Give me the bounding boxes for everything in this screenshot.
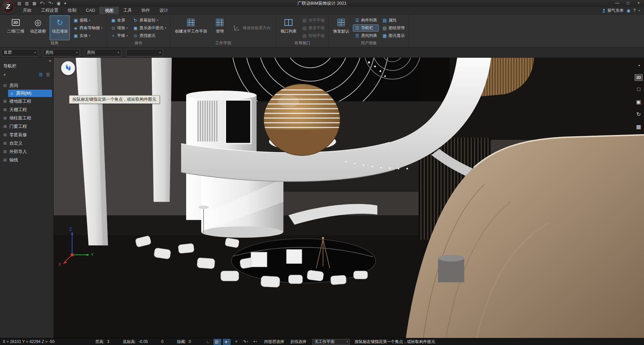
tree-item-door-window-works[interactable]: ⊞ 门窗工程 [0,122,53,131]
clear-selection-button[interactable]: × [232,339,240,345]
btn-element-display[interactable]: ▦ 图元显示 [380,32,406,39]
customize-toolbar-icon[interactable]: ▾ [64,0,66,7]
print-icon[interactable]: ▣ [57,0,60,7]
zoom-dropdown-icon[interactable]: ▾ [126,27,128,30]
expand-icon[interactable]: ⊞ [3,116,7,120]
floor-select[interactable]: 首层 ▾ [1,49,38,56]
undo-button[interactable]: ↶▾ [40,0,45,7]
solid-style-dropdown-icon[interactable]: ▾ [89,34,90,37]
workplane-dropdown-icon[interactable]: ▾ [347,340,348,343]
view-mode-toggle[interactable]: ◈▾ [223,339,230,345]
polyline-select-toggle[interactable]: 折线选择 [290,339,306,345]
walkthrough-cursor[interactable] [61,61,75,75]
btn-drawing-management[interactable]: ▤ 图纸管理 [380,24,406,32]
btn-pan[interactable]: + 平移 ▾ [109,32,129,39]
orbit-view-icon[interactable]: ◔ [634,62,643,70]
expand-icon[interactable]: ⊞ [3,149,7,154]
btn-zoom[interactable]: ⊙ 缩放 ▾ [109,24,129,32]
folder-open-icon[interactable]: ⊟ [3,83,7,88]
detail-view-icon[interactable]: ☰ [46,72,50,77]
room-select-1[interactable]: 房间 ▾ [43,49,80,56]
screen-rotate-dropdown-icon[interactable]: ▾ [157,19,158,22]
undo-dropdown-icon[interactable]: ▾ [43,2,45,5]
top-view-dropdown-icon[interactable]: ▾ [89,19,90,22]
btn-screen-rotate[interactable]: ↻ 屏幕旋转 ▾ [131,17,168,24]
maximize-button[interactable]: □ [623,0,633,7]
tree-item-custom[interactable]: ⊞ 自定义 [0,139,53,147]
btn-manage-workplane[interactable]: 管理 [211,15,229,40]
tree-item-ceiling-works[interactable]: ⊞ 天棚工程 [0,105,53,114]
tree-item-axis[interactable]: ⊞ 轴线 [0,156,53,164]
save-icon[interactable]: ▦ [33,0,36,7]
btn-2d-3d[interactable]: 2D 二维/三维 [5,15,26,40]
btn-dynamic-orbit[interactable]: ◎ 动态观察 [28,15,48,40]
tree-item-wall-column-works[interactable]: ⊞ 墙柱面工程 [0,114,53,122]
btn-dynamic-walkthrough[interactable]: ↻ 动态漫游 [50,15,70,40]
panel-add-icon[interactable]: + [3,72,6,77]
tree-item-room-m[interactable]: ⌂ 房间(M) [8,90,52,97]
app-logo-icon[interactable]: Z [2,1,14,13]
btn-room-list[interactable]: ☰ 房间列表 [353,32,379,39]
flat-2d-button[interactable]: 2D [635,74,643,81]
tab-project-settings[interactable]: 工程设置 [36,6,63,14]
redo-dropdown-icon[interactable]: ▾ [52,2,53,5]
isometric-dropdown-icon[interactable]: ▾ [101,27,102,30]
refresh-view-icon[interactable]: ↻ [634,110,643,118]
workplane-select[interactable]: 无工作平面 ▾ [312,339,350,345]
tab-tools[interactable]: 工具 [118,6,137,14]
btn-fullscreen[interactable]: ▣ 全屏 [109,17,129,24]
tab-view[interactable]: 视图 [100,6,118,14]
btn-top-view[interactable]: ▣ 俯视 ▾ [71,17,104,24]
btn-viewport-list[interactable]: 视口列表 [278,15,299,40]
expand-icon[interactable]: ⊞ [3,99,7,104]
tree-item-misc-decoration[interactable]: ⊞ 零星装修 [0,131,53,139]
tree-item-rooms[interactable]: ⊟ 房间 [0,81,53,90]
tab-design[interactable]: 设计 [155,6,173,14]
help-dropdown-icon[interactable]: ▾ [639,9,640,12]
expand-icon[interactable]: ⊞ [3,158,7,162]
tree-item-external-import[interactable]: ⊞ 外部导入 [0,147,53,156]
btn-navigation-bar[interactable]: ☰ 导航栏 [353,24,379,32]
expand-icon[interactable]: ⊞ [3,107,7,112]
redo-button[interactable]: ↷▾ [48,0,53,7]
show-selected-dropdown-icon[interactable]: ▾ [165,27,166,30]
btn-solid-style[interactable]: ▣ 实体 ▾ [71,32,104,39]
empty-select-dropdown-icon[interactable]: ▾ [159,51,161,54]
tab-collaborate[interactable]: 协作 [137,6,155,14]
pan-dropdown-icon[interactable]: ▾ [126,34,128,37]
snap-add-button[interactable]: +▾ [251,339,259,345]
btn-show-selected[interactable]: ▣ 显示选中图元 ▾ [131,24,168,32]
empty-select[interactable]: ▾ [126,49,163,56]
customer-service-icon[interactable]: ◉ [627,8,630,13]
cube-filled-icon[interactable]: ▣ [634,98,643,106]
room-select-2[interactable]: 房间 ▾ [85,49,121,56]
close-button[interactable]: × [633,0,644,7]
cube-outline-icon[interactable]: □ [634,85,643,93]
tree-item-floor-works[interactable]: ⊞ 楼地面工程 [0,97,53,105]
ortho-toggle[interactable]: ∟ [204,339,212,345]
btn-find-element[interactable]: ⊙ 查找图元 [131,32,168,39]
room-select-2-dropdown-icon[interactable]: ▾ [118,51,119,54]
new-file-icon[interactable]: ▤ [17,0,21,7]
cross-layer-select-toggle[interactable]: 跨图层选择 [264,339,284,345]
3d-viewport[interactable]: Z Y X 按鼠标左键指定第一个角点，或拾取构件图元 ◔ 2D □ ▣ [54,58,644,338]
btn-restore-default[interactable]: 恢复默认 [331,15,351,40]
floor-select-dropdown-icon[interactable]: ▾ [35,51,36,54]
btn-create-workplane[interactable]: 创建水平工作平面 [173,15,209,40]
minimize-button[interactable]: — [612,0,623,7]
user-account[interactable]: 紫气东来 [602,8,624,13]
expand-icon[interactable]: ⊞ [3,133,7,137]
draw-mode-button[interactable]: ✎▾ [242,339,249,345]
btn-component-list[interactable]: ☰ 构件列表 [353,17,379,24]
room-select-1-dropdown-icon[interactable]: ▾ [76,51,77,54]
view-grid-icon[interactable]: ▦ [634,122,643,131]
btn-sw-isometric[interactable]: ◈ 西南等轴侧 ▾ [71,24,104,32]
tab-cad[interactable]: CAD [81,6,100,14]
select-mode-toggle[interactable]: ▧▾ [214,339,221,345]
open-file-icon[interactable]: ▥ [25,0,29,7]
list-view-icon[interactable]: ☰ [39,72,43,77]
expand-icon[interactable]: ⊞ [3,124,7,129]
tab-draw[interactable]: 绘制 [63,6,81,14]
btn-properties[interactable]: ▤ 属性 [380,17,406,24]
help-icon[interactable]: ? [633,8,636,13]
